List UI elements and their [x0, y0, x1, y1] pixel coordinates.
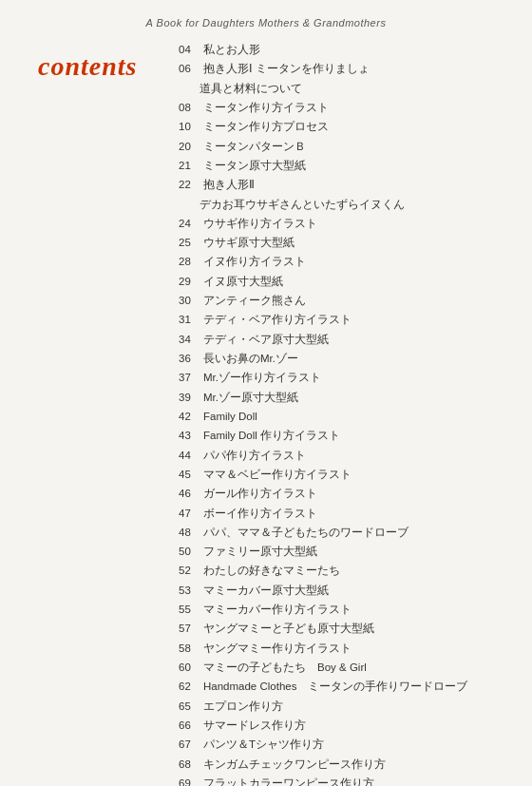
toc-number: 66 — [179, 718, 200, 735]
toc-number: 08 — [179, 100, 200, 117]
toc-text: ウサギ原寸大型紙 — [203, 235, 294, 252]
toc-number: 68 — [179, 757, 200, 774]
toc-number: 46 — [179, 486, 200, 503]
toc-number: 62 — [179, 679, 200, 696]
toc-item: 55マミーカバー作り方イラスト — [179, 602, 532, 619]
toc-text: Mr.ゾー作り方イラスト — [203, 370, 321, 387]
toc-text: Family Doll 作り方イラスト — [203, 428, 340, 445]
toc-number: 60 — [179, 660, 200, 677]
toc-number: 69 — [179, 776, 200, 786]
toc-number: 65 — [179, 699, 200, 716]
toc-text: ガール作り方イラスト — [203, 486, 317, 503]
toc-item: 65エプロン作り方 — [179, 699, 532, 716]
toc-item: 69フラットカラーワンピース作り方 — [179, 776, 532, 786]
toc-number: 28 — [179, 254, 200, 271]
toc-item: 31テディ・ベア作り方イラスト — [179, 312, 532, 329]
toc-number: 55 — [179, 602, 200, 619]
toc-item: 39Mr.ゾー原寸大型紙 — [179, 390, 532, 407]
toc-number: 10 — [179, 119, 200, 136]
toc-text: マミーカバー原寸大型紙 — [203, 583, 329, 600]
toc-item: 67パンツ＆Tシャツ作り方 — [179, 737, 532, 754]
toc-text: アンティーク熊さん — [203, 293, 306, 310]
page: A Book for Daughters Mothers & Grandmoth… — [0, 0, 532, 786]
toc-item: 45ママ＆ベビー作り方イラスト — [179, 467, 532, 484]
toc-text: パンツ＆Tシャツ作り方 — [203, 737, 324, 754]
toc-item: 08ミータン作り方イラスト — [179, 100, 532, 117]
toc-number: 45 — [179, 467, 200, 484]
toc-item: デカお耳ウサギさんといたずらイヌくん — [179, 197, 532, 214]
toc-text: ミータンパターンＢ — [203, 139, 306, 156]
toc-item: 60マミーの子どもたち Boy & Girl — [179, 660, 532, 677]
toc-item: 28イヌ作り方イラスト — [179, 254, 532, 271]
toc-item: 44パパ作り方イラスト — [179, 448, 532, 465]
contents-label: contents — [38, 51, 179, 82]
toc-text: キンガムチェックワンピース作り方 — [203, 757, 386, 774]
toc-item: 21ミータン原寸大型紙 — [179, 158, 532, 175]
toc-item: 50ファミリー原寸大型紙 — [179, 544, 532, 561]
toc-number: 36 — [179, 351, 200, 368]
toc-item: 43Family Doll 作り方イラスト — [179, 428, 532, 445]
toc-number: 48 — [179, 525, 200, 542]
toc-text: わたしの好きなマミーたち — [203, 563, 340, 580]
toc-item: 53マミーカバー原寸大型紙 — [179, 583, 532, 600]
toc-number: 53 — [179, 583, 200, 600]
toc-item: 25ウサギ原寸大型紙 — [179, 235, 532, 252]
toc-text: Family Doll — [203, 409, 257, 426]
toc-item: 48パパ、ママ＆子どもたちのワードローブ — [179, 525, 532, 542]
toc-number: 29 — [179, 274, 200, 291]
toc-text: ミータン原寸大型紙 — [203, 158, 306, 175]
toc-item: 22抱き人形Ⅱ — [179, 177, 532, 194]
toc-number: 25 — [179, 235, 200, 252]
toc-text: ママ＆ベビー作り方イラスト — [203, 467, 352, 484]
toc-item: 58ヤングマミー作り方イラスト — [179, 641, 532, 658]
toc-text: 長いお鼻のMr.ゾー — [203, 351, 298, 368]
toc-item: 57ヤングマミーと子ども原寸大型紙 — [179, 621, 532, 638]
toc-item: 52わたしの好きなマミーたち — [179, 563, 532, 580]
toc-number: 04 — [179, 42, 200, 59]
toc-text: 道具と材料について — [200, 81, 302, 98]
toc-number: 42 — [179, 409, 200, 426]
toc-item: 62Handmade Clothes ミータンの手作りワードローブ — [179, 679, 532, 696]
toc-text: ボーイ作り方イラスト — [203, 506, 317, 523]
toc-text: エプロン作り方 — [203, 699, 283, 716]
toc-text: Mr.ゾー原寸大型紙 — [203, 390, 298, 407]
toc-item: 29イヌ原寸大型紙 — [179, 274, 532, 291]
toc-text: テディ・ベア作り方イラスト — [203, 312, 352, 329]
toc-item: 42Family Doll — [179, 409, 532, 426]
toc-text: 抱き人形Ⅰ ミータンを作りましょ — [203, 61, 370, 78]
toc-number: 21 — [179, 158, 200, 175]
toc-text: デカお耳ウサギさんといたずらイヌくん — [200, 197, 405, 214]
toc-number: 58 — [179, 641, 200, 658]
book-title: A Book for Daughters Mothers & Grandmoth… — [0, 17, 532, 29]
contents-area: contents 04私とお人形06抱き人形Ⅰ ミータンを作りましょ道具と材料に… — [0, 42, 532, 786]
toc-number: 52 — [179, 563, 200, 580]
toc-item: 36長いお鼻のMr.ゾー — [179, 351, 532, 368]
toc-text: ウサギ作り方イラスト — [203, 216, 317, 233]
toc-item: 47ボーイ作り方イラスト — [179, 506, 532, 523]
toc-number: 20 — [179, 139, 200, 156]
toc-number: 44 — [179, 448, 200, 465]
toc-number: 39 — [179, 390, 200, 407]
toc-item: 34テディ・ベア原寸大型紙 — [179, 332, 532, 349]
toc-item: 10ミータン作り方プロセス — [179, 119, 532, 136]
toc-number: 06 — [179, 61, 200, 78]
toc-item: 06抱き人形Ⅰ ミータンを作りましょ — [179, 61, 532, 78]
toc-number: 57 — [179, 621, 200, 638]
toc-text: 私とお人形 — [203, 42, 260, 59]
toc-number: 37 — [179, 370, 200, 387]
toc-number: 50 — [179, 544, 200, 561]
toc-text: ミータン作り方イラスト — [203, 100, 329, 117]
toc-text: ヤングマミー作り方イラスト — [203, 641, 352, 658]
toc-text: マミーカバー作り方イラスト — [203, 602, 352, 619]
toc-number: 47 — [179, 506, 200, 523]
toc-text: フラットカラーワンピース作り方 — [203, 776, 374, 786]
toc-item: 20ミータンパターンＢ — [179, 139, 532, 156]
toc-item: 24ウサギ作り方イラスト — [179, 216, 532, 233]
toc-number: 31 — [179, 312, 200, 329]
toc-item: 37Mr.ゾー作り方イラスト — [179, 370, 532, 387]
toc-item: 66サマードレス作り方 — [179, 718, 532, 735]
toc-text: ファミリー原寸大型紙 — [203, 544, 317, 561]
toc-number: 34 — [179, 332, 200, 349]
toc-number: 22 — [179, 177, 200, 194]
toc-text: パパ、ママ＆子どもたちのワードローブ — [203, 525, 408, 542]
